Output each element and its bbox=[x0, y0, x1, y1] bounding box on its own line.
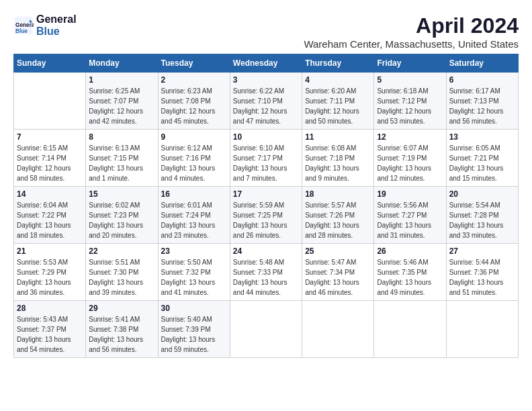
calendar-cell: 23Sunrise: 5:50 AM Sunset: 7:32 PM Dayli… bbox=[158, 244, 230, 301]
day-info: Sunrise: 6:18 AM Sunset: 7:12 PM Dayligh… bbox=[377, 86, 443, 126]
day-info: Sunrise: 5:40 AM Sunset: 7:39 PM Dayligh… bbox=[161, 314, 227, 355]
calendar-cell bbox=[14, 73, 86, 130]
day-number: 20 bbox=[449, 189, 515, 199]
calendar-cell: 3Sunrise: 6:22 AM Sunset: 7:10 PM Daylig… bbox=[230, 73, 302, 130]
day-number: 5 bbox=[377, 75, 443, 85]
day-number: 3 bbox=[233, 75, 299, 85]
calendar-table: SundayMondayTuesdayWednesdayThursdayFrid… bbox=[13, 54, 519, 358]
day-info: Sunrise: 6:10 AM Sunset: 7:17 PM Dayligh… bbox=[233, 143, 299, 183]
calendar-cell bbox=[302, 301, 374, 358]
day-number: 27 bbox=[449, 246, 515, 256]
day-number: 19 bbox=[377, 189, 443, 199]
calendar-cell: 30Sunrise: 5:40 AM Sunset: 7:39 PM Dayli… bbox=[158, 301, 230, 358]
day-number: 28 bbox=[17, 304, 83, 313]
calendar-cell bbox=[446, 301, 518, 358]
day-number: 29 bbox=[89, 304, 154, 313]
day-info: Sunrise: 6:22 AM Sunset: 7:10 PM Dayligh… bbox=[233, 86, 299, 126]
day-info: Sunrise: 5:54 AM Sunset: 7:28 PM Dayligh… bbox=[449, 200, 515, 240]
day-header-thursday: Thursday bbox=[302, 54, 374, 73]
subtitle: Wareham Center, Massachusetts, United St… bbox=[304, 38, 519, 50]
week-row-1: 1Sunrise: 6:25 AM Sunset: 7:07 PM Daylig… bbox=[14, 73, 519, 130]
day-number: 22 bbox=[89, 246, 154, 256]
calendar-cell: 18Sunrise: 5:57 AM Sunset: 7:26 PM Dayli… bbox=[302, 187, 374, 244]
day-header-friday: Friday bbox=[374, 54, 446, 73]
day-number: 1 bbox=[89, 75, 154, 85]
day-number: 9 bbox=[161, 132, 227, 142]
day-number: 16 bbox=[161, 189, 227, 199]
title-block: April 2024 Wareham Center, Massachusetts… bbox=[304, 13, 519, 50]
days-row: SundayMondayTuesdayWednesdayThursdayFrid… bbox=[14, 54, 519, 73]
calendar-cell: 4Sunrise: 6:20 AM Sunset: 7:11 PM Daylig… bbox=[302, 73, 374, 130]
calendar-cell: 12Sunrise: 6:07 AM Sunset: 7:19 PM Dayli… bbox=[374, 130, 446, 187]
logo-icon: General Blue bbox=[13, 15, 34, 36]
day-info: Sunrise: 5:57 AM Sunset: 7:26 PM Dayligh… bbox=[305, 200, 371, 240]
logo: General Blue General Blue bbox=[13, 13, 77, 38]
calendar-cell: 27Sunrise: 5:44 AM Sunset: 7:36 PM Dayli… bbox=[446, 244, 518, 301]
day-info: Sunrise: 6:15 AM Sunset: 7:14 PM Dayligh… bbox=[17, 143, 83, 183]
calendar-cell: 28Sunrise: 5:43 AM Sunset: 7:37 PM Dayli… bbox=[14, 301, 86, 358]
day-info: Sunrise: 5:47 AM Sunset: 7:34 PM Dayligh… bbox=[305, 257, 371, 298]
day-number: 10 bbox=[233, 132, 299, 142]
day-info: Sunrise: 6:02 AM Sunset: 7:23 PM Dayligh… bbox=[89, 200, 154, 240]
calendar-cell: 24Sunrise: 5:48 AM Sunset: 7:33 PM Dayli… bbox=[230, 244, 302, 301]
calendar-cell: 9Sunrise: 6:12 AM Sunset: 7:16 PM Daylig… bbox=[158, 130, 230, 187]
day-number: 23 bbox=[161, 246, 227, 256]
calendar-cell: 14Sunrise: 6:04 AM Sunset: 7:22 PM Dayli… bbox=[14, 187, 86, 244]
day-number: 6 bbox=[449, 75, 515, 85]
day-number: 30 bbox=[161, 304, 227, 313]
day-info: Sunrise: 6:05 AM Sunset: 7:21 PM Dayligh… bbox=[449, 143, 515, 183]
day-info: Sunrise: 6:17 AM Sunset: 7:13 PM Dayligh… bbox=[449, 86, 515, 126]
day-info: Sunrise: 5:43 AM Sunset: 7:37 PM Dayligh… bbox=[17, 314, 83, 355]
day-info: Sunrise: 6:07 AM Sunset: 7:19 PM Dayligh… bbox=[377, 143, 443, 183]
day-info: Sunrise: 5:59 AM Sunset: 7:25 PM Dayligh… bbox=[233, 200, 299, 240]
day-number: 14 bbox=[17, 189, 83, 199]
day-info: Sunrise: 6:25 AM Sunset: 7:07 PM Dayligh… bbox=[89, 86, 154, 126]
svg-text:General: General bbox=[15, 22, 34, 28]
calendar-cell bbox=[230, 301, 302, 358]
calendar-cell: 1Sunrise: 6:25 AM Sunset: 7:07 PM Daylig… bbox=[86, 73, 158, 130]
day-number: 24 bbox=[233, 246, 299, 256]
svg-text:Blue: Blue bbox=[15, 28, 28, 34]
day-number: 13 bbox=[449, 132, 515, 142]
day-number: 12 bbox=[377, 132, 443, 142]
calendar-cell: 16Sunrise: 6:01 AM Sunset: 7:24 PM Dayli… bbox=[158, 187, 230, 244]
day-info: Sunrise: 5:48 AM Sunset: 7:33 PM Dayligh… bbox=[233, 257, 299, 298]
calendar-cell: 19Sunrise: 5:56 AM Sunset: 7:27 PM Dayli… bbox=[374, 187, 446, 244]
day-info: Sunrise: 6:23 AM Sunset: 7:08 PM Dayligh… bbox=[161, 86, 227, 126]
calendar-cell: 13Sunrise: 6:05 AM Sunset: 7:21 PM Dayli… bbox=[446, 130, 518, 187]
calendar-header: SundayMondayTuesdayWednesdayThursdayFrid… bbox=[14, 54, 519, 73]
calendar-cell: 25Sunrise: 5:47 AM Sunset: 7:34 PM Dayli… bbox=[302, 244, 374, 301]
day-header-wednesday: Wednesday bbox=[230, 54, 302, 73]
calendar-cell: 7Sunrise: 6:15 AM Sunset: 7:14 PM Daylig… bbox=[14, 130, 86, 187]
logo-text: General Blue bbox=[36, 13, 77, 38]
week-row-5: 28Sunrise: 5:43 AM Sunset: 7:37 PM Dayli… bbox=[14, 301, 519, 358]
calendar-cell: 29Sunrise: 5:41 AM Sunset: 7:38 PM Dayli… bbox=[86, 301, 158, 358]
calendar-cell: 26Sunrise: 5:46 AM Sunset: 7:35 PM Dayli… bbox=[374, 244, 446, 301]
day-number: 11 bbox=[305, 132, 371, 142]
day-number: 17 bbox=[233, 189, 299, 199]
calendar-cell: 20Sunrise: 5:54 AM Sunset: 7:28 PM Dayli… bbox=[446, 187, 518, 244]
calendar-cell: 22Sunrise: 5:51 AM Sunset: 7:30 PM Dayli… bbox=[86, 244, 158, 301]
day-info: Sunrise: 5:41 AM Sunset: 7:38 PM Dayligh… bbox=[89, 314, 154, 355]
week-row-3: 14Sunrise: 6:04 AM Sunset: 7:22 PM Dayli… bbox=[14, 187, 519, 244]
day-info: Sunrise: 6:08 AM Sunset: 7:18 PM Dayligh… bbox=[305, 143, 371, 183]
day-info: Sunrise: 5:46 AM Sunset: 7:35 PM Dayligh… bbox=[377, 257, 443, 298]
day-number: 21 bbox=[17, 246, 83, 256]
calendar-cell: 11Sunrise: 6:08 AM Sunset: 7:18 PM Dayli… bbox=[302, 130, 374, 187]
day-header-saturday: Saturday bbox=[446, 54, 518, 73]
day-info: Sunrise: 6:01 AM Sunset: 7:24 PM Dayligh… bbox=[161, 200, 227, 240]
calendar-cell bbox=[374, 301, 446, 358]
day-number: 7 bbox=[17, 132, 83, 142]
calendar-body: 1Sunrise: 6:25 AM Sunset: 7:07 PM Daylig… bbox=[14, 73, 519, 358]
calendar-cell: 10Sunrise: 6:10 AM Sunset: 7:17 PM Dayli… bbox=[230, 130, 302, 187]
calendar-cell: 6Sunrise: 6:17 AM Sunset: 7:13 PM Daylig… bbox=[446, 73, 518, 130]
page-header: General Blue General Blue April 2024 War… bbox=[13, 13, 519, 50]
day-info: Sunrise: 5:50 AM Sunset: 7:32 PM Dayligh… bbox=[161, 257, 227, 298]
day-header-sunday: Sunday bbox=[14, 54, 86, 73]
day-info: Sunrise: 6:04 AM Sunset: 7:22 PM Dayligh… bbox=[17, 200, 83, 240]
day-info: Sunrise: 6:20 AM Sunset: 7:11 PM Dayligh… bbox=[305, 86, 371, 126]
day-info: Sunrise: 5:53 AM Sunset: 7:29 PM Dayligh… bbox=[17, 257, 83, 298]
day-number: 26 bbox=[377, 246, 443, 256]
day-info: Sunrise: 5:56 AM Sunset: 7:27 PM Dayligh… bbox=[377, 200, 443, 240]
day-number: 18 bbox=[305, 189, 371, 199]
